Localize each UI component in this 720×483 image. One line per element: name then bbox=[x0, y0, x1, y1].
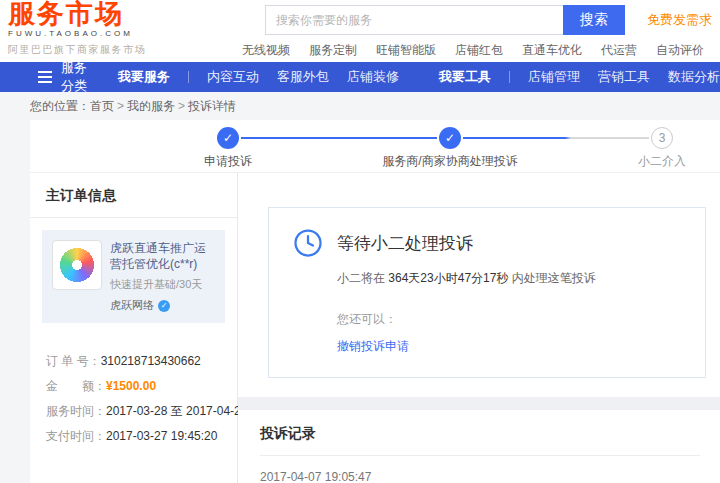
order-panel-title: 主订单信息 bbox=[30, 173, 237, 218]
menu-icon bbox=[38, 71, 52, 83]
quick-link-ztc-optimize[interactable]: 直通车优化 bbox=[522, 42, 582, 59]
logo-title: 服务市场 bbox=[8, 0, 133, 28]
product-card[interactable]: 虎跃直通车推广运营托管优化(c**r) 快速提升基础/30天 虎跃网络 ✓ bbox=[42, 230, 225, 323]
order-number-value: 310218713430662 bbox=[101, 354, 201, 368]
product-info: 虎跃直通车推广运营托管优化(c**r) 快速提升基础/30天 虎跃网络 ✓ bbox=[110, 240, 215, 313]
nav-item-customer-service-outsource[interactable]: 客服外包 bbox=[277, 68, 329, 86]
content-row: 主订单信息 虎跃直通车推广运营托管优化(c**r) 快速提升基础/30天 虎跃网… bbox=[30, 173, 720, 483]
search-bar: 搜索 bbox=[265, 5, 625, 35]
quick-link-auto-review[interactable]: 自动评价 bbox=[656, 42, 704, 59]
header: 服务市场 FUWU.TAOBAO.COM 阿里巴巴旗下商家服务市场 搜索 免费发… bbox=[0, 0, 720, 62]
step3-number-circle: 3 bbox=[651, 127, 673, 149]
vendor-badge-icon: ✓ bbox=[158, 300, 170, 312]
clock-icon bbox=[293, 228, 323, 258]
quick-links: 无线视频 服务定制 旺铺智能版 店铺红包 直通车优化 代运营 自动评价 bbox=[242, 42, 704, 59]
service-time-value: 2017-03-28 至 2017-04-27 bbox=[106, 404, 247, 418]
complaint-entry-timestamp: 2017-04-07 19:05:47 bbox=[260, 456, 700, 483]
service-category-label: 服务分类 bbox=[61, 59, 90, 95]
quick-link-wireless-video[interactable]: 无线视频 bbox=[242, 42, 290, 59]
status-box: 等待小二处理投诉 小二将在 364天23小时47分17秒 内处理这笔投诉 您还可… bbox=[268, 207, 706, 378]
field-label: 支付时间： bbox=[46, 429, 106, 443]
complaint-records-section: 投诉记录 2017-04-07 19:05:47 bbox=[238, 410, 720, 483]
logo-tagline: 阿里巴巴旗下商家服务市场 bbox=[8, 43, 146, 57]
status-message: 小二将在 364天23小时47分17秒 内处理这笔投诉 bbox=[337, 270, 681, 287]
nav-item-my-tools[interactable]: 我要工具 bbox=[439, 68, 491, 86]
main-navbar: 服务分类 我要服务 内容互动 客服外包 店铺装修 我要工具 店铺管理 营销工具 … bbox=[0, 62, 720, 92]
vendor-name: 虎跃网络 bbox=[110, 298, 154, 313]
nav-item-data-analysis[interactable]: 数据分析 bbox=[668, 68, 720, 86]
step-connector-partial bbox=[463, 137, 649, 139]
site-logo[interactable]: 服务市场 FUWU.TAOBAO.COM bbox=[8, 0, 133, 38]
breadcrumb-home[interactable]: 首页 bbox=[90, 99, 114, 113]
search-input[interactable] bbox=[265, 5, 563, 35]
step2-label: 服务商/商家协商处理投诉 bbox=[350, 153, 550, 170]
quick-link-agent-operate[interactable]: 代运营 bbox=[601, 42, 637, 59]
step1-check-icon: ✓ bbox=[217, 127, 239, 149]
nav-menu: 我要服务 内容互动 客服外包 店铺装修 我要工具 店铺管理 营销工具 数据分析 bbox=[118, 68, 720, 86]
free-demand-link[interactable]: 免费发需求 bbox=[647, 11, 712, 29]
amount-value: ¥1500.00 bbox=[106, 379, 156, 393]
amount-row: 金 额：¥1500.00 bbox=[46, 374, 221, 399]
status-hint: 您还可以： bbox=[337, 311, 681, 328]
breadcrumb: 您的位置：首页>我的服务>投诉详情 bbox=[0, 92, 720, 120]
complaint-records-title: 投诉记录 bbox=[260, 425, 700, 456]
breadcrumb-separator: > bbox=[178, 99, 185, 113]
search-button[interactable]: 搜索 bbox=[563, 5, 625, 35]
countdown-timer: 364天23小时47分17秒 bbox=[388, 271, 508, 285]
section-gap bbox=[238, 397, 720, 410]
breadcrumb-prefix: 您的位置： bbox=[30, 99, 90, 113]
quick-link-smart-shop[interactable]: 旺铺智能版 bbox=[376, 42, 436, 59]
breadcrumb-current: 投诉详情 bbox=[188, 99, 236, 113]
withdraw-complaint-link[interactable]: 撤销投诉申请 bbox=[337, 338, 409, 355]
product-vendor: 虎跃网络 ✓ bbox=[110, 298, 215, 313]
nav-divider bbox=[509, 71, 510, 83]
main-content: ✓ ✓ 3 申请投诉 服务商/商家协商处理投诉 小二介入 主订单信息 虎跃直通车… bbox=[30, 120, 720, 483]
product-spec: 快速提升基础/30天 bbox=[110, 277, 215, 292]
step2-check-icon: ✓ bbox=[439, 127, 461, 149]
product-name[interactable]: 虎跃直通车推广运营托管优化(c**r) bbox=[110, 240, 215, 272]
order-number-row: 订 单 号：310218713430662 bbox=[46, 349, 221, 374]
nav-item-shop-decoration[interactable]: 店铺装修 bbox=[347, 68, 399, 86]
pay-time-value: 2017-03-27 19:45:20 bbox=[106, 429, 217, 443]
order-panel: 主订单信息 虎跃直通车推广运营托管优化(c**r) 快速提升基础/30天 虎跃网… bbox=[30, 173, 238, 483]
nav-divider bbox=[188, 71, 189, 83]
step3-label: 小二介入 bbox=[562, 153, 720, 170]
field-label: 订 单 号： bbox=[46, 354, 101, 368]
right-column: 等待小二处理投诉 小二将在 364天23小时47分17秒 内处理这笔投诉 您还可… bbox=[238, 173, 720, 483]
breadcrumb-separator: > bbox=[117, 99, 124, 113]
page: 服务市场 FUWU.TAOBAO.COM 阿里巴巴旗下商家服务市场 搜索 免费发… bbox=[0, 0, 720, 483]
quick-link-service-custom[interactable]: 服务定制 bbox=[309, 42, 357, 59]
progress-steps: ✓ ✓ 3 申请投诉 服务商/商家协商处理投诉 小二介入 bbox=[30, 120, 720, 173]
order-fields: 订 单 号：310218713430662 金 额：¥1500.00 服务时间：… bbox=[30, 335, 237, 463]
product-image bbox=[52, 240, 102, 290]
nav-item-marketing-tools[interactable]: 营销工具 bbox=[598, 68, 650, 86]
service-category-button[interactable]: 服务分类 bbox=[0, 59, 90, 95]
nav-item-shop-manage[interactable]: 店铺管理 bbox=[528, 68, 580, 86]
field-label: 金 额： bbox=[46, 379, 106, 393]
pay-time-row: 支付时间：2017-03-27 19:45:20 bbox=[46, 424, 221, 449]
breadcrumb-my-services[interactable]: 我的服务 bbox=[127, 99, 175, 113]
field-label: 服务时间： bbox=[46, 404, 106, 418]
status-head: 等待小二处理投诉 bbox=[293, 228, 681, 258]
quick-link-shop-redpacket[interactable]: 店铺红包 bbox=[455, 42, 503, 59]
status-title: 等待小二处理投诉 bbox=[337, 232, 473, 255]
status-panel: 等待小二处理投诉 小二将在 364天23小时47分17秒 内处理这笔投诉 您还可… bbox=[238, 173, 720, 397]
nav-item-my-services[interactable]: 我要服务 bbox=[118, 68, 170, 86]
step-connector-done bbox=[241, 137, 437, 139]
service-time-row: 服务时间：2017-03-28 至 2017-04-27 bbox=[46, 399, 221, 424]
nav-item-content-interact[interactable]: 内容互动 bbox=[207, 68, 259, 86]
step1-label: 申请投诉 bbox=[128, 153, 328, 170]
logo-subtitle: FUWU.TAOBAO.COM bbox=[8, 29, 133, 38]
